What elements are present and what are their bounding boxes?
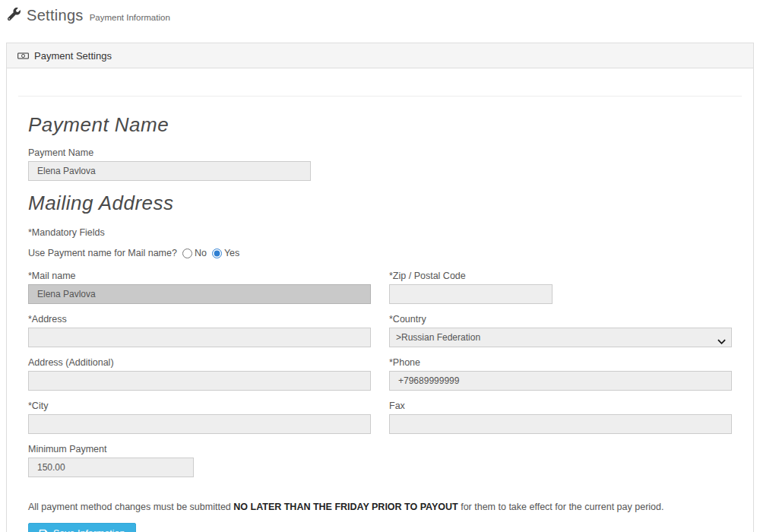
- radio-no-label: No: [195, 248, 207, 258]
- mail-name-group: *Mail name: [28, 271, 371, 304]
- city-group: *City: [28, 401, 371, 434]
- mandatory-fields-note: *Mandatory Fields: [28, 227, 732, 238]
- payment-name-heading: Payment Name: [28, 113, 732, 137]
- address-input[interactable]: [28, 328, 371, 347]
- country-label: *Country: [389, 314, 732, 325]
- payment-name-input[interactable]: [28, 161, 311, 181]
- fax-input[interactable]: [389, 414, 732, 434]
- address-form-grid: *Mail name *Zip / Postal Code *Address *…: [28, 271, 732, 487]
- divider: [18, 96, 742, 97]
- notice-text-bold: NO LATER THAN THE FRIDAY PRIOR TO PAYOUT: [233, 502, 458, 512]
- mail-name-input: [28, 284, 371, 304]
- use-payment-name-radio-row: Use Payment name for Mail name? No Yes: [28, 248, 732, 258]
- mail-name-label: *Mail name: [28, 271, 371, 281]
- city-input[interactable]: [28, 414, 371, 434]
- panel-title: Payment Settings: [34, 50, 112, 62]
- page-title: Settings: [27, 7, 84, 24]
- minimum-payment-input[interactable]: [28, 458, 194, 477]
- fax-label: Fax: [389, 401, 732, 411]
- wrench-icon: [8, 8, 21, 24]
- save-information-button[interactable]: Save Information: [28, 523, 136, 532]
- radio-no[interactable]: [182, 249, 192, 258]
- page-subtitle: Payment Information: [90, 13, 170, 22]
- payment-name-group: Payment Name: [28, 147, 311, 181]
- address-additional-input[interactable]: [28, 371, 371, 391]
- address-additional-group: Address (Additional): [28, 357, 371, 391]
- phone-group: *Phone: [389, 357, 732, 391]
- payment-name-label: Payment Name: [28, 147, 311, 158]
- money-icon: [17, 51, 29, 61]
- mailing-address-heading: Mailing Address: [28, 192, 732, 215]
- address-additional-label: Address (Additional): [28, 357, 371, 368]
- minimum-payment-group: Minimum Payment: [28, 444, 371, 477]
- phone-label: *Phone: [389, 357, 732, 368]
- address-label: *Address: [28, 314, 371, 325]
- radio-question: Use Payment name for Mail name?: [28, 248, 177, 258]
- notice-text-after: for them to take effect for the current …: [458, 502, 664, 512]
- phone-input[interactable]: [389, 371, 732, 391]
- zip-input[interactable]: [389, 284, 553, 304]
- payment-settings-panel: Payment Settings Payment Name Payment Na…: [6, 43, 754, 532]
- country-group: *Country >Russian Federation: [389, 314, 732, 347]
- grid-spacer: [389, 444, 732, 487]
- notice-text-before: All payment method changes must be submi…: [28, 502, 233, 512]
- save-button-label: Save Information: [53, 528, 125, 532]
- radio-yes[interactable]: [212, 249, 222, 258]
- panel-body: Payment Name Payment Name Mailing Addres…: [7, 68, 753, 532]
- radio-yes-label: Yes: [224, 248, 239, 258]
- breadcrumb: Settings Payment Information: [0, 0, 760, 30]
- payout-notice: All payment method changes must be submi…: [28, 502, 732, 512]
- address-group: *Address: [28, 314, 371, 347]
- panel-header: Payment Settings: [7, 43, 753, 68]
- zip-label: *Zip / Postal Code: [389, 271, 732, 281]
- city-label: *City: [28, 401, 371, 411]
- fax-group: Fax: [389, 401, 732, 434]
- save-icon: [39, 529, 48, 532]
- country-select[interactable]: >Russian Federation: [389, 328, 732, 347]
- minimum-payment-label: Minimum Payment: [28, 444, 371, 454]
- zip-group: *Zip / Postal Code: [389, 271, 732, 304]
